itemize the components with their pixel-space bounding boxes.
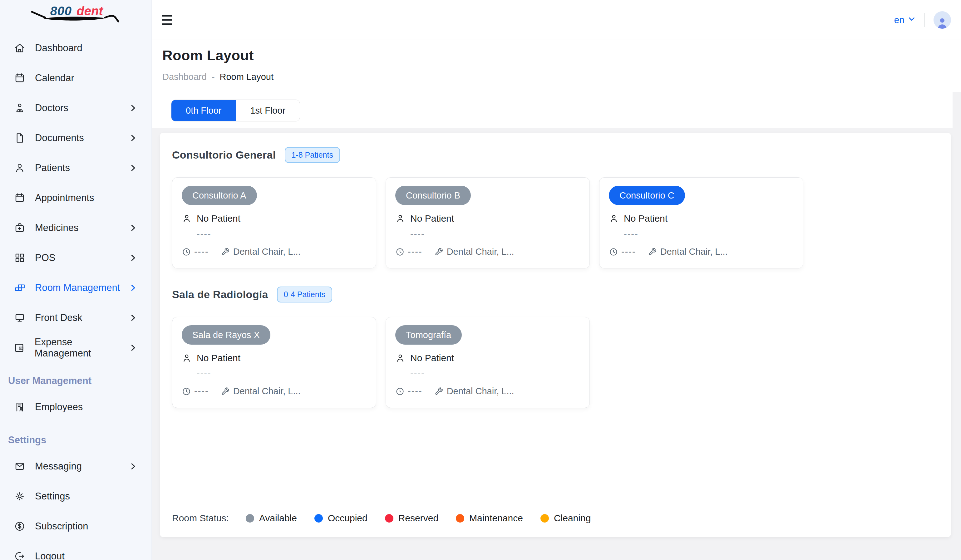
logo[interactable]: 800 dent	[0, 0, 151, 30]
wrench-icon	[648, 247, 657, 257]
sidebar-item-front-desk[interactable]: Front Desk	[0, 303, 151, 333]
room-name-pill: Consultorio C	[609, 186, 685, 205]
hamburger-menu-icon[interactable]	[162, 13, 177, 27]
legend-item-label: Reserved	[399, 513, 438, 523]
doctor-icon	[14, 102, 26, 114]
sidebar-item-label: Appointments	[35, 192, 94, 204]
room-time: ----	[194, 386, 209, 396]
room-card-consultorio-c[interactable]: Consultorio C No Patient ---- ---- Denta…	[599, 177, 804, 268]
sidebar-item-doctors[interactable]: Doctors	[0, 93, 151, 123]
room-equipment: Dental Chair, L...	[447, 247, 514, 257]
room-card-consultorio-a[interactable]: Consultorio A No Patient ---- ---- Denta…	[172, 177, 376, 268]
chevron-down-icon	[908, 14, 916, 25]
sidebar-item-label: Messaging	[35, 461, 82, 472]
sidebar-item-settings[interactable]: Settings	[0, 481, 151, 511]
sidebar-item-appointments[interactable]: Appointments	[0, 183, 151, 213]
legend-item-occupied: Occupied	[314, 513, 368, 523]
legend-item-label: Maintenance	[469, 513, 523, 523]
sidebar-item-label: Dashboard	[35, 42, 82, 54]
room-status-legend: Room Status: Available Occupied Reserved	[172, 513, 951, 525]
sidebar-item-label: Patients	[35, 162, 70, 173]
medkit-icon	[14, 222, 26, 234]
breadcrumb: Dashboard - Room Layout	[162, 72, 961, 82]
sidebar-item-expense-management[interactable]: Expense Management	[0, 333, 151, 363]
page-header: Room Layout Dashboard - Room Layout	[152, 40, 961, 92]
room-equipment: Dental Chair, L...	[233, 247, 301, 257]
room-meta-row: ---- Dental Chair, L...	[395, 247, 580, 257]
room-card-consultorio-b[interactable]: Consultorio B No Patient ---- ---- Denta…	[386, 177, 590, 268]
legend-item-maintenance: Maintenance	[456, 513, 523, 523]
document-icon	[14, 132, 26, 144]
sidebar-item-pos[interactable]: POS	[0, 243, 151, 273]
sidebar-item-calendar[interactable]: Calendar	[0, 63, 151, 93]
section-consultorio-general: Consultorio General 1-8 Patients Consult…	[172, 147, 951, 268]
sidebar-item-subscription[interactable]: Subscription	[0, 511, 151, 541]
occupied-status-dot	[314, 514, 323, 523]
user-avatar[interactable]	[934, 11, 951, 29]
sidebar-item-medicines[interactable]: Medicines	[0, 213, 151, 243]
legend-label: Room Status:	[172, 513, 229, 523]
tab-0th-floor[interactable]: 0th Floor	[171, 100, 236, 121]
person-icon	[182, 213, 192, 223]
chevron-right-icon	[128, 223, 138, 233]
sidebar-item-messaging[interactable]: Messaging	[0, 451, 151, 481]
envelope-icon	[14, 461, 26, 472]
clock-icon	[395, 247, 405, 257]
section-head: Sala de Radiología 0-4 Patients	[172, 287, 951, 302]
person-icon	[395, 353, 405, 363]
sidebar-item-patients[interactable]: Patients	[0, 153, 151, 183]
chevron-right-icon	[128, 133, 138, 143]
reserved-status-dot	[385, 514, 394, 523]
room-name-pill: Consultorio A	[182, 186, 257, 205]
legend-item-label: Occupied	[328, 513, 368, 523]
sidebar-item-label: Logout	[35, 550, 64, 560]
patient-name: No Patient	[197, 353, 240, 363]
sidebar-section-settings: Settings	[0, 429, 151, 451]
calendar-icon	[14, 192, 26, 204]
patient-name: No Patient	[624, 213, 667, 224]
gear-icon	[14, 490, 26, 502]
room-card-tomografia[interactable]: Tomografía No Patient ---- ---- Dental C…	[386, 317, 590, 408]
sidebar-item-dashboard[interactable]: Dashboard	[0, 33, 151, 63]
dollar-icon	[14, 520, 26, 532]
person-icon	[182, 353, 192, 363]
sidebar-item-label: Medicines	[35, 222, 79, 233]
sidebar-item-room-management[interactable]: Room Management	[0, 273, 151, 303]
room-time: ----	[408, 247, 423, 257]
patient-name: No Patient	[197, 213, 240, 224]
legend-item-reserved: Reserved	[385, 513, 438, 523]
home-icon	[14, 42, 26, 54]
chevron-right-icon	[128, 103, 138, 113]
sidebar: 800 dent Dashboard Calendar Doctors	[0, 0, 152, 560]
calendar-icon	[14, 72, 26, 84]
chevron-right-icon	[128, 253, 138, 263]
patient-row: No Patient	[182, 353, 366, 363]
room-meta-row: ---- Dental Chair, L...	[609, 247, 794, 257]
person-icon	[395, 213, 405, 223]
patient-row: No Patient	[395, 213, 580, 224]
sidebar-item-logout[interactable]: Logout	[0, 541, 151, 560]
language-selector[interactable]: en	[894, 14, 916, 25]
chevron-right-icon	[128, 313, 138, 323]
tab-1st-floor[interactable]: 1st Floor	[236, 100, 300, 121]
person-icon	[14, 162, 26, 174]
id-card-icon	[14, 401, 26, 413]
room-card-sala-de-rayos-x[interactable]: Sala de Rayos X No Patient ---- ---- Den…	[172, 317, 376, 408]
floor-tabs-panel: 0th Floor 1st Floor	[152, 92, 953, 128]
room-name-pill: Tomografía	[395, 325, 462, 345]
section-title: Consultorio General	[172, 149, 276, 161]
sidebar-item-employees[interactable]: Employees	[0, 392, 151, 422]
sidebar-item-documents[interactable]: Documents	[0, 123, 151, 153]
wrench-icon	[221, 387, 230, 396]
patient-name: No Patient	[410, 213, 454, 224]
legend-item-cleaning: Cleaning	[540, 513, 591, 523]
sidebar-item-label: Doctors	[35, 103, 68, 114]
page-title: Room Layout	[162, 47, 961, 64]
sidebar-item-label: Front Desk	[35, 312, 82, 323]
sidebar-section-user-management: User Management	[0, 370, 151, 392]
breadcrumb-dashboard-link[interactable]: Dashboard	[162, 72, 207, 82]
room-meta-row: ---- Dental Chair, L...	[395, 386, 580, 396]
content-scroll-region: 0th Floor 1st Floor Consultorio General …	[152, 92, 961, 560]
sidebar-item-label: Subscription	[35, 521, 88, 532]
available-status-dot	[246, 514, 254, 523]
